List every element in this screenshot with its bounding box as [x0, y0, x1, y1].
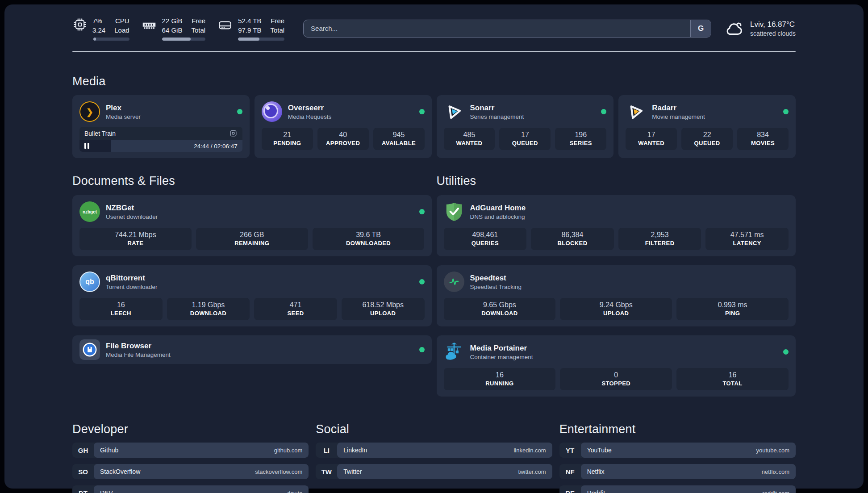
stat-remaining: 266 GBREMAINING — [196, 228, 308, 250]
bookmark-url: reddit.com — [762, 490, 789, 493]
disk-free-label: Free — [270, 16, 284, 25]
cpu-label: CPU — [114, 16, 129, 25]
bookmark-url: stackoverflow.com — [255, 468, 302, 475]
bookmarks-grid: Developer GH Githubgithub.com SO StackOv… — [72, 422, 796, 493]
section-title-utilities: Utilities — [437, 174, 796, 188]
app-subtitle: Speedtest Tracking — [470, 284, 522, 290]
ram-progress-bar — [162, 38, 206, 41]
stat-download: 1.19 GbpsDOWNLOAD — [167, 298, 250, 320]
app-name: Overseerr — [288, 103, 332, 113]
stat-running: 16RUNNING — [444, 368, 556, 390]
app-name: Media Portainer — [470, 343, 533, 353]
status-online-dot — [419, 109, 425, 114]
stat-rate: 744.21 MbpsRATE — [79, 228, 192, 250]
section-title-entertainment: Entertainment — [559, 422, 796, 436]
overseerr-icon — [262, 101, 282, 122]
disk-total-label: Total — [270, 25, 284, 35]
bookmark-url: linkedin.com — [513, 447, 546, 454]
stat-total: 16TOTAL — [676, 368, 789, 390]
bookmark-abbr: RE — [559, 485, 581, 493]
bookmarks-developer: Developer GH Githubgithub.com SO StackOv… — [72, 422, 309, 493]
bookmark-url: dev.to — [287, 490, 302, 493]
disk-icon — [217, 17, 233, 33]
app-name: File Browser — [106, 341, 171, 351]
bookmark-netflix[interactable]: NF Netflixnetflix.com — [559, 464, 796, 479]
app-card-speedtest[interactable]: Speedtest Speedtest Tracking 9.65 GbpsDO… — [437, 265, 796, 326]
weather-widget: Lviv, 16.87°C scattered clouds — [724, 18, 796, 39]
app-card-adguard[interactable]: AdGuard Home DNS and adblocking 498,461Q… — [437, 195, 796, 256]
ram-total-label: Total — [191, 25, 205, 35]
app-subtitle: Media server — [106, 113, 141, 120]
player-elapsed-segment — [79, 140, 111, 152]
bookmark-youtube[interactable]: YT YouTubeyoutube.com — [559, 443, 796, 458]
media-card-grid: Plex Media server Bullet Train — [72, 95, 796, 158]
bookmark-name: StackOverflow — [100, 468, 140, 475]
app-card-radarr[interactable]: Radarr Movie management 17WANTED 22QUEUE… — [618, 95, 796, 158]
app-card-portainer[interactable]: Media Portainer Container management 16R… — [437, 335, 796, 397]
bookmark-abbr: DT — [72, 485, 94, 493]
stat-upload: 618.52 MbpsUPLOAD — [342, 298, 425, 320]
utilities-column: Utilities AdGuard Home DNS and adblockin… — [437, 174, 796, 397]
cpu-icon — [72, 17, 88, 32]
app-card-plex[interactable]: Plex Media server Bullet Train — [72, 95, 250, 158]
documents-column: Documents & Files nzbget NZBGet Usenet d… — [72, 174, 432, 364]
section-title-media: Media — [72, 75, 796, 88]
speedtest-icon — [444, 272, 464, 292]
status-online-dot — [601, 109, 606, 114]
bookmark-abbr: GH — [72, 443, 94, 458]
stat-queued: 22QUEUED — [681, 128, 733, 150]
status-online-dot — [237, 109, 242, 114]
disk-free-value: 52.4 TB — [238, 16, 261, 25]
player-progress-bar[interactable]: 24:44 / 02:06:47 — [79, 140, 242, 152]
bookmark-dev[interactable]: DT DEVdev.to — [72, 485, 309, 493]
section-title-developer: Developer — [72, 422, 309, 436]
bookmark-name: Netflix — [587, 468, 605, 475]
sonarr-icon — [444, 101, 464, 122]
bookmark-name: LinkedIn — [343, 447, 367, 454]
bookmark-stackoverflow[interactable]: SO StackOverflowstackoverflow.com — [72, 464, 309, 479]
app-subtitle: Torrent downloader — [106, 284, 158, 290]
status-online-dot — [419, 347, 425, 352]
app-card-filebrowser[interactable]: File Browser Media File Management — [72, 335, 432, 364]
bookmark-name: Github — [100, 447, 118, 454]
status-online-dot — [419, 279, 425, 284]
app-card-sonarr[interactable]: Sonarr Series management 485WANTED 17QUE… — [437, 95, 614, 158]
app-card-qbittorrent[interactable]: qb qBittorrent Torrent downloader 16LEEC… — [72, 265, 432, 326]
bookmark-url: youtube.com — [756, 447, 789, 454]
app-subtitle: Usenet downloader — [106, 213, 158, 220]
bookmark-url: github.com — [274, 447, 303, 454]
bookmark-abbr: TW — [316, 464, 337, 479]
bookmark-github[interactable]: GH Githubgithub.com — [72, 443, 309, 458]
pause-icon[interactable] — [84, 143, 89, 149]
disk-progress-bar — [238, 38, 284, 41]
stat-approved: 40APPROVED — [317, 128, 369, 150]
bookmark-url: netflix.com — [762, 468, 789, 475]
search-engine-button[interactable]: G — [690, 20, 711, 37]
stat-downloaded: 39.6 TBDOWNLOADED — [313, 228, 425, 250]
app-name: NZBGet — [106, 203, 158, 213]
app-card-overseerr[interactable]: Overseerr Media Requests 21PENDING 40APP… — [255, 95, 432, 158]
stat-stopped: 0STOPPED — [560, 368, 672, 390]
radarr-icon — [626, 101, 646, 122]
bookmark-linkedin[interactable]: LI LinkedInlinkedin.com — [316, 443, 552, 458]
adguard-icon — [444, 201, 464, 222]
app-name: qBittorrent — [106, 273, 158, 283]
bookmark-twitter[interactable]: TW Twittertwitter.com — [316, 464, 552, 479]
app-name: AdGuard Home — [470, 203, 526, 213]
player-settings-icon[interactable] — [229, 129, 238, 138]
player-time: 24:44 / 02:06:47 — [194, 142, 238, 149]
stat-latency: 47.571 msLATENCY — [705, 228, 789, 250]
qbittorrent-icon: qb — [79, 272, 100, 292]
app-card-nzbget[interactable]: nzbget NZBGet Usenet downloader 744.21 M… — [72, 195, 432, 256]
cpu-load-label: Load — [114, 25, 129, 35]
section-title-documents: Documents & Files — [72, 174, 432, 188]
search-input[interactable] — [304, 20, 690, 37]
status-online-dot — [419, 209, 425, 214]
bookmark-reddit[interactable]: RE Redditreddit.com — [559, 485, 796, 493]
bookmark-name: Twitter — [343, 468, 362, 475]
stat-upload: 9.24 GbpsUPLOAD — [560, 298, 672, 320]
app-name: Speedtest — [470, 273, 522, 283]
now-playing-title: Bullet Train — [84, 130, 116, 137]
app-subtitle: Container management — [470, 354, 533, 360]
disk-total-value: 97.9 TB — [238, 25, 261, 35]
